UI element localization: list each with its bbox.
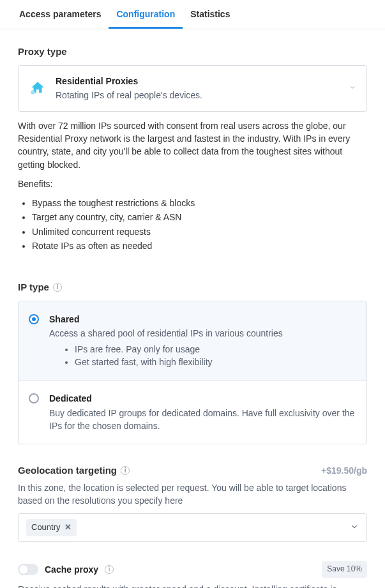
geolocation-chip-label: Country: [31, 522, 61, 534]
ip-type-dedicated-subtitle: Buy dedicated IP groups for dedicated do…: [49, 407, 356, 433]
proxy-type-subtitle: Rotating IPs of real people's devices.: [56, 89, 202, 102]
ip-type-heading: IP type i: [18, 280, 367, 294]
proxy-type-title: Residential Proxies: [56, 75, 202, 87]
tab-access-parameters[interactable]: Access parameters: [11, 0, 109, 29]
tab-configuration[interactable]: Configuration: [109, 0, 183, 29]
info-icon[interactable]: i: [53, 283, 62, 292]
ip-type-shared-bullet: Get started fast, with high flexibility: [75, 356, 356, 368]
geolocation-description: In this zone, the location is selected p…: [18, 481, 367, 508]
radio-icon: [29, 314, 39, 324]
geolocation-select[interactable]: Country ✕: [18, 513, 367, 542]
info-icon[interactable]: i: [121, 466, 130, 475]
benefit-item: Rotate IPs as often as needed: [32, 239, 367, 252]
tabs: Access parameters Configuration Statisti…: [0, 0, 385, 29]
proxy-type-select[interactable]: Residential Proxies Rotating IPs of real…: [18, 65, 367, 112]
ip-type-shared-title: Shared: [49, 313, 356, 326]
benefits-label: Benefits:: [18, 177, 367, 190]
benefit-item: Unlimited concurrent requests: [32, 225, 367, 238]
geolocation-heading: Geolocation targeting i: [18, 464, 130, 478]
geolocation-price: +$19.50/gb: [321, 464, 367, 477]
ip-type-option-shared[interactable]: Shared Access a shared pool of residenti…: [19, 301, 366, 380]
proxy-type-description: With over 72 million IPs sourced with co…: [18, 119, 367, 171]
cache-proxy-badge: Save 10%: [322, 561, 367, 577]
tab-statistics[interactable]: Statistics: [183, 0, 238, 29]
ip-type-option-dedicated[interactable]: Dedicated Buy dedicated IP groups for de…: [19, 380, 366, 444]
geolocation-chip: Country ✕: [26, 519, 77, 536]
ip-type-dedicated-title: Dedicated: [49, 392, 356, 405]
cache-proxy-heading: Cache proxy: [45, 563, 98, 576]
ip-type-shared-bullet: IPs are free. Pay only for usage: [75, 343, 356, 356]
ip-type-radio-group: Shared Access a shared pool of residenti…: [18, 301, 367, 444]
svg-point-0: [31, 91, 35, 95]
ip-type-shared-subtitle: Access a shared pool of residential IPs …: [49, 327, 356, 340]
chevron-down-icon: [349, 82, 356, 94]
cache-proxy-toggle[interactable]: [18, 564, 38, 575]
benefits-list: Bypass the toughest restrictions & block…: [18, 197, 367, 252]
radio-icon: [29, 393, 39, 403]
benefit-item: Bypass the toughest restrictions & block…: [32, 197, 367, 209]
chip-remove-icon[interactable]: ✕: [64, 522, 72, 534]
benefit-item: Target any country, city, carrier & ASN: [32, 211, 367, 223]
proxy-type-description-block: With over 72 million IPs sourced with co…: [18, 119, 367, 253]
cache-proxy-description: Receive cached results with greater spee…: [18, 583, 367, 588]
info-icon[interactable]: i: [105, 565, 114, 574]
chevron-down-icon: [350, 522, 359, 534]
house-icon: [29, 80, 47, 96]
proxy-type-heading: Proxy type: [18, 45, 367, 59]
